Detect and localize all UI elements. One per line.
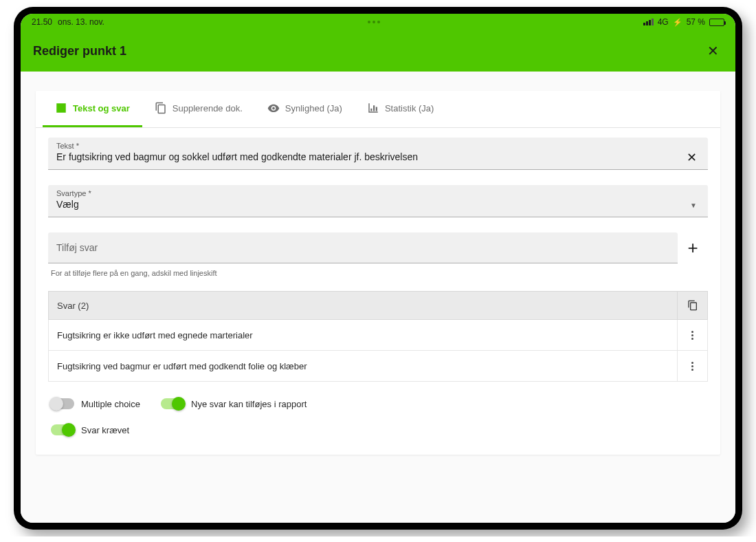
toggle-answer-required: Svar krævet: [51, 424, 705, 435]
toggles: Multiple choice Nye svar kan tilføjes i …: [48, 382, 708, 435]
add-answer-input[interactable]: Tilføj svar: [48, 232, 678, 263]
answer-required-switch[interactable]: [51, 424, 74, 435]
toggle-new-answers: Nye svar kan tilføjes i rapport: [161, 398, 307, 409]
content-area: Tekst og svar Supplerende dok. Synlighed…: [21, 72, 735, 523]
answer-type-field[interactable]: Svartype * Vælg ▼: [48, 185, 708, 217]
close-button[interactable]: ✕: [703, 39, 723, 63]
panel: Tekst * ✕ Svartype * Vælg ▼: [36, 128, 720, 435]
status-bar: 21.50 ons. 13. nov. 4G ⚡ 57 %: [21, 14, 735, 30]
answer-type-value: Vælg: [56, 197, 682, 213]
status-time: 21.50: [32, 17, 52, 27]
text-icon: [55, 102, 67, 114]
multiple-choice-switch[interactable]: [51, 398, 74, 409]
answer-row: Fugtsikring er ikke udført med egnede ma…: [48, 320, 708, 351]
add-answer-row: Tilføj svar +: [48, 232, 708, 263]
answer-type-label: Svartype *: [56, 189, 700, 197]
answer-text: Fugtsikring ved bagmur er udført med god…: [57, 361, 307, 371]
answers-header-label: Svar (2): [57, 301, 89, 311]
more-vert-icon: [691, 362, 693, 371]
text-field[interactable]: Tekst * ✕: [48, 138, 708, 170]
tab-visibility[interactable]: Synlighed (Ja): [255, 91, 355, 127]
status-dots: [104, 21, 643, 23]
eye-icon: [267, 102, 280, 114]
tab-supplementary[interactable]: Supplerende dok.: [142, 91, 255, 127]
new-answers-switch[interactable]: [161, 398, 184, 409]
more-vert-icon: [691, 331, 693, 340]
tab-label: Statistik (Ja): [385, 103, 434, 113]
tab-label: Tekst og svar: [73, 103, 130, 113]
tab-text-answers[interactable]: Tekst og svar: [43, 91, 142, 127]
card: Tekst og svar Supplerende dok. Synlighed…: [36, 91, 720, 455]
clear-text-button[interactable]: ✕: [684, 150, 700, 165]
copy-icon: [687, 300, 698, 311]
screen: 21.50 ons. 13. nov. 4G ⚡ 57 % Rediger pu…: [21, 14, 735, 523]
add-answer-helper: For at tilføje flere på en gang, adskil …: [48, 265, 708, 291]
network-label: 4G: [658, 17, 669, 27]
battery-icon: [709, 19, 724, 26]
add-answer-button[interactable]: +: [678, 232, 708, 263]
toggle-multiple-choice: Multiple choice: [51, 398, 140, 409]
answer-more-button[interactable]: [677, 351, 707, 381]
answers-header: Svar (2): [48, 291, 708, 320]
title-bar: Rediger punkt 1 ✕: [21, 30, 735, 72]
tabs: Tekst og svar Supplerende dok. Synlighed…: [36, 91, 720, 128]
toggle-label: Multiple choice: [81, 399, 140, 409]
chart-icon: [367, 102, 379, 114]
text-input[interactable]: [56, 150, 678, 165]
toggle-label: Nye svar kan tilføjes i rapport: [191, 399, 307, 409]
answer-text: Fugtsikring er ikke udført med egnede ma…: [57, 330, 253, 340]
page-title: Rediger punkt 1: [33, 44, 126, 58]
battery-saver-icon: ⚡: [673, 18, 682, 27]
chevron-down-icon: ▼: [687, 202, 700, 209]
copy-icon: [155, 102, 167, 114]
tab-label: Supplerende dok.: [173, 103, 243, 113]
tab-label: Synlighed (Ja): [285, 103, 342, 113]
tab-statistics[interactable]: Statistik (Ja): [355, 91, 447, 127]
text-field-label: Tekst *: [56, 142, 700, 150]
tablet-frame: 21.50 ons. 13. nov. 4G ⚡ 57 % Rediger pu…: [14, 7, 742, 530]
answer-more-button[interactable]: [677, 320, 707, 350]
answer-row: Fugtsikring ved bagmur er udført med god…: [48, 351, 708, 382]
status-date: ons. 13. nov.: [58, 17, 104, 27]
copy-answers-button[interactable]: [677, 292, 707, 319]
battery-pct: 57 %: [687, 17, 705, 27]
toggle-label: Svar krævet: [81, 425, 129, 435]
signal-icon: [643, 19, 654, 25]
